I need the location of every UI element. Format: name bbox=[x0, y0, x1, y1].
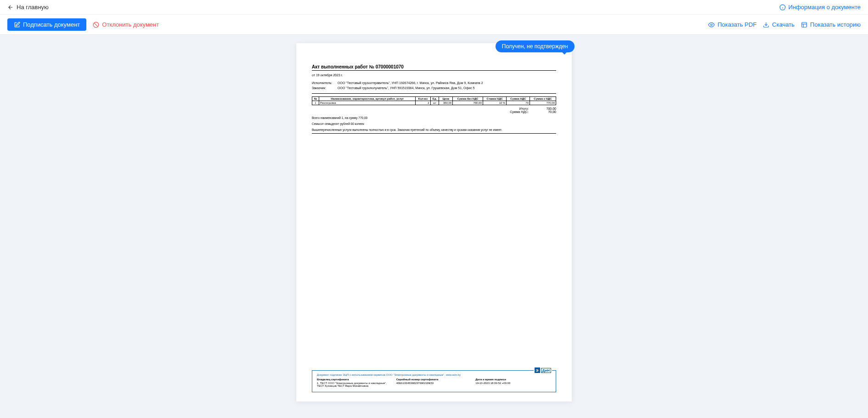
document-viewer: Получен, не подтвержден Акт выполненных … bbox=[0, 35, 868, 418]
show-history-button[interactable]: Показать историю bbox=[801, 21, 861, 28]
table-row: 1 Разлягровка 2 шт 350,00 700,00 10 % 70… bbox=[312, 101, 556, 105]
sign-button[interactable]: Подписать документ bbox=[7, 18, 86, 31]
download-button[interactable]: Скачать bbox=[763, 21, 795, 28]
th-vat-rate: Ставка НДС bbox=[483, 97, 507, 101]
show-pdf-label: Показать PDF bbox=[717, 21, 756, 28]
td-price: 350,00 bbox=[439, 101, 453, 105]
customer-value: ООО "Тестовый грузополучатель", УНП 5915… bbox=[338, 86, 556, 90]
header-top-row: На главную Информация о документе bbox=[0, 0, 868, 14]
svg-rect-7 bbox=[802, 22, 807, 27]
eye-icon bbox=[708, 22, 715, 28]
header-toolbar: Подписать документ Отклонить документ По… bbox=[0, 14, 868, 34]
download-icon bbox=[763, 22, 769, 28]
sig-serial-label: Серийный номер сертификата bbox=[396, 378, 472, 381]
show-history-label: Показать историю bbox=[810, 21, 861, 28]
svg-line-4 bbox=[94, 23, 98, 26]
td-n: 1 bbox=[312, 101, 319, 105]
signature-box: ЭДиН Документ подписан ЭЦП с использован… bbox=[312, 370, 556, 392]
document-wrapper: Получен, не подтвержден Акт выполненных … bbox=[296, 43, 572, 401]
td-sum-vat: 770,00 bbox=[530, 101, 556, 105]
total-value: 700,00 bbox=[538, 107, 556, 110]
th-n: № bbox=[312, 97, 319, 101]
arrow-left-icon bbox=[7, 4, 14, 11]
totals: Итого:700,00 Сумма НДС:70,00 bbox=[312, 107, 556, 113]
history-icon bbox=[801, 22, 807, 28]
td-name: Разлягровка bbox=[319, 101, 416, 105]
vat-total-label: Сумма НДС: bbox=[496, 110, 529, 113]
download-label: Скачать bbox=[772, 21, 795, 28]
status-badge: Получен, не подтвержден bbox=[496, 40, 575, 52]
sig-owner-value: 1. ТЕСТ ООО "Электронные документы и нак… bbox=[317, 382, 393, 387]
doc-info-link[interactable]: Информация о документе bbox=[779, 4, 861, 11]
executor-label: Исполнитель: bbox=[312, 81, 338, 85]
doc-title: Акт выполненных работ № 07000001070 bbox=[312, 64, 556, 71]
doc-note: Вышеперечисленные услуги выполнены полно… bbox=[312, 128, 556, 134]
info-icon bbox=[779, 4, 786, 11]
cancel-icon bbox=[93, 22, 99, 28]
th-vat-sum: Сумма НДС bbox=[507, 97, 530, 101]
sign-label: Подписать документ bbox=[23, 21, 80, 28]
total-label: Итого: bbox=[496, 107, 529, 110]
edn-logo: ЭДиН bbox=[534, 367, 552, 373]
sig-serial-value: 40E613345368237690218E53 bbox=[396, 382, 472, 384]
services-table: № Наименование, характеристика, артикул … bbox=[312, 96, 556, 105]
th-name: Наименование, характеристика, артикул ра… bbox=[319, 97, 416, 101]
svg-point-5 bbox=[711, 24, 713, 26]
executor-value: ООО "Тестовый грузоотправитель", УНП 192… bbox=[338, 81, 556, 85]
customer-label: Заказчик: bbox=[312, 86, 338, 90]
sig-date-value: 19-10-2023 18:39:52 +03:00 bbox=[475, 382, 551, 384]
td-unit: шт bbox=[430, 101, 439, 105]
doc-parties: Исполнитель: ООО "Тестовый грузоотправит… bbox=[312, 81, 556, 94]
vat-total-value: 70,00 bbox=[538, 110, 556, 113]
td-vat-sum: 70 bbox=[507, 101, 530, 105]
reject-label: Отклонить документ bbox=[102, 21, 159, 28]
th-sum-novat: Сумма без НДС bbox=[453, 97, 483, 101]
show-pdf-button[interactable]: Показать PDF bbox=[708, 21, 756, 28]
sig-owner-label: Владелец сертификата bbox=[317, 378, 393, 381]
th-qty: Кол-во bbox=[416, 97, 430, 101]
th-price: Цена bbox=[439, 97, 453, 101]
summary-words: Семьсот семьдесят рублей 00 копеек bbox=[312, 122, 556, 125]
td-vat-rate: 10 % bbox=[483, 101, 507, 105]
th-unit: Ед. bbox=[430, 97, 439, 101]
document-page: Акт выполненных работ № 07000001070 от 1… bbox=[296, 43, 572, 401]
sig-date-label: Дата и время подписи bbox=[475, 378, 551, 381]
edit-icon bbox=[14, 22, 20, 28]
back-label: На главную bbox=[17, 4, 49, 11]
back-link[interactable]: На главную bbox=[7, 4, 49, 11]
doc-date: от 19 октября 2023 г. bbox=[312, 73, 556, 77]
app-header: На главную Информация о документе Подпис… bbox=[0, 0, 868, 35]
sig-header: Документ подписан ЭЦП с использованием с… bbox=[317, 373, 551, 376]
th-sum-vat: Сумма с НДС bbox=[530, 97, 556, 101]
reject-button[interactable]: Отклонить документ bbox=[93, 21, 159, 28]
summary-count: Всего наименований 1, на сумму 770,00 bbox=[312, 116, 556, 119]
td-qty: 2 bbox=[416, 101, 430, 105]
doc-info-label: Информация о документе bbox=[789, 4, 861, 11]
td-sum-novat: 700,00 bbox=[453, 101, 483, 105]
